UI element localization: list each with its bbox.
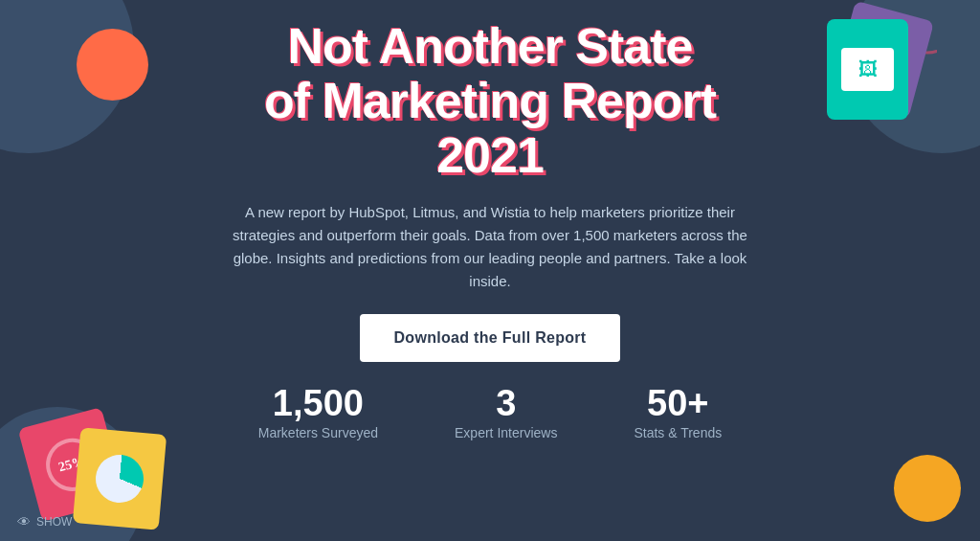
stat-number-0: 1,500 xyxy=(273,385,364,421)
card-yellow xyxy=(73,427,167,530)
stat-number-1: 3 xyxy=(496,385,516,421)
download-button[interactable]: Download the Full Report xyxy=(360,314,621,362)
stat-label-0: Marketers Surveyed xyxy=(258,425,378,440)
blob-bottom-right xyxy=(894,455,961,522)
main-title: Not Another State of Marketing Report 20… xyxy=(264,19,716,184)
stat-item-0: 1,500 Marketers Surveyed xyxy=(258,385,378,440)
eye-icon: 👁 xyxy=(17,514,31,530)
stat-number-2: 50+ xyxy=(647,385,708,421)
main-content: Not Another State of Marketing Report 20… xyxy=(0,0,980,362)
stat-item-2: 50+ Stats & Trends xyxy=(634,385,722,440)
description-text: A new report by HubSpot, Litmus, and Wis… xyxy=(222,201,758,293)
pie-chart-decoration xyxy=(94,453,145,505)
page-container: 🖼 25% Not Another State of Marketing Rep… xyxy=(0,0,980,541)
stat-label-1: Expert Interviews xyxy=(455,425,557,440)
show-button[interactable]: 👁 SHOW xyxy=(17,514,72,530)
show-label: SHOW xyxy=(36,515,72,529)
stats-row: 1,500 Marketers Surveyed 3 Expert Interv… xyxy=(258,385,722,440)
stat-label-2: Stats & Trends xyxy=(634,425,722,440)
stat-item-1: 3 Expert Interviews xyxy=(455,385,557,440)
